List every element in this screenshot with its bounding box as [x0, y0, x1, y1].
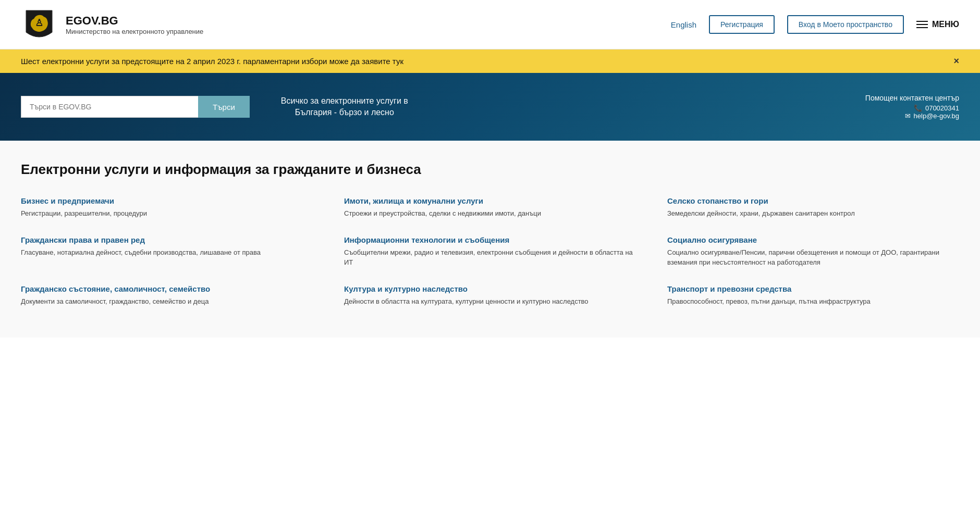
service-description: Регистрации, разрешителни, процедури: [21, 208, 313, 219]
notification-text[interactable]: Шест електронни услуги за предстоящите н…: [21, 57, 403, 66]
hamburger-icon: [916, 21, 928, 28]
service-item[interactable]: Информационни технологии и съобщенияСъоб…: [344, 235, 636, 268]
service-title: Социално осигуряване: [667, 235, 959, 244]
service-item[interactable]: Транспорт и превозни средстваПравоспособ…: [667, 284, 959, 307]
service-item[interactable]: Култура и културно наследствоДейности в …: [344, 284, 636, 307]
search-input[interactable]: [21, 96, 198, 118]
service-item[interactable]: Селско стопанство и гориЗемеделски дейно…: [667, 196, 959, 219]
service-description: Съобщителни мрежи, радио и телевизия, ел…: [344, 247, 636, 268]
login-button[interactable]: Вход в Моето пространство: [787, 15, 904, 34]
service-description: Социално осигуряване/Пенсии, парични обе…: [667, 247, 959, 268]
logo-text: EGOV.BG Министерство на електронното упр…: [66, 14, 203, 35]
site-subtitle: Министерство на електронното управление: [66, 28, 203, 35]
service-item[interactable]: Гражданско състояние, самоличност, семей…: [21, 284, 313, 307]
contact-phone: 📞 070020341: [865, 104, 959, 112]
email-address: help@e-gov.bg: [914, 112, 959, 120]
service-title: Селско стопанство и гори: [667, 196, 959, 205]
search-button[interactable]: Търси: [198, 96, 250, 118]
hero-tagline: Всичко за електронните услуги в България…: [281, 95, 408, 119]
header-left: ♙ EGOV.BG Министерство на електронното у…: [21, 6, 203, 43]
tagline-line2: България - бързо и лесно: [295, 108, 394, 117]
services-grid: Бизнес и предприемачиРегистрации, разреш…: [21, 196, 959, 306]
svg-text:♙: ♙: [35, 18, 43, 28]
service-title: Имоти, жилища и комунални услуги: [344, 196, 636, 205]
tagline-line1: Всичко за електронните услуги в: [281, 96, 408, 105]
language-link[interactable]: English: [671, 20, 696, 29]
header-right: English Регистрация Вход в Моето простра…: [671, 15, 959, 34]
service-title: Информационни технологии и съобщения: [344, 235, 636, 244]
service-title: Граждански права и правен ред: [21, 235, 313, 244]
header: ♙ EGOV.BG Министерство на електронното у…: [0, 0, 980, 49]
service-title: Култура и културно наследство: [344, 284, 636, 293]
service-description: Документи за самоличност, гражданство, с…: [21, 296, 313, 307]
register-button[interactable]: Регистрация: [709, 15, 775, 34]
notification-banner: Шест електронни услуги за предстоящите н…: [0, 49, 980, 73]
services-title: Електронни услуги и информация за гражда…: [21, 161, 959, 178]
service-title: Гражданско състояние, самоличност, семей…: [21, 284, 313, 293]
service-description: Правоспособност, превоз, пътни данъци, п…: [667, 296, 959, 307]
contact-title: Помощен контактен център: [865, 94, 959, 102]
notification-close-button[interactable]: ×: [953, 56, 959, 67]
service-description: Земеделски дейности, храни, държавен сан…: [667, 208, 959, 219]
service-description: Строежи и преустройства, сделки с недвиж…: [344, 208, 636, 219]
phone-number: 070020341: [925, 104, 959, 112]
services-section: Електронни услуги и информация за гражда…: [0, 141, 980, 338]
service-item[interactable]: Социално осигуряванеСоциално осигуряване…: [667, 235, 959, 268]
service-description: Дейности в областта на културата, култур…: [344, 296, 636, 307]
site-title: EGOV.BG: [66, 14, 203, 28]
service-item[interactable]: Граждански права и правен редГласуване, …: [21, 235, 313, 268]
hero-section: Търси Всичко за електронните услуги в Бъ…: [0, 73, 980, 141]
hero-contact: Помощен контактен център 📞 070020341 ✉ h…: [865, 94, 959, 120]
contact-email: ✉ help@e-gov.bg: [865, 112, 959, 120]
service-title: Бизнес и предприемачи: [21, 196, 313, 205]
service-item[interactable]: Бизнес и предприемачиРегистрации, разреш…: [21, 196, 313, 219]
search-area: Търси: [21, 96, 250, 118]
menu-button[interactable]: МЕНЮ: [916, 20, 959, 29]
email-icon: ✉: [905, 112, 911, 120]
menu-label: МЕНЮ: [932, 20, 959, 29]
service-title: Транспорт и превозни средства: [667, 284, 959, 293]
service-description: Гласуване, нотариална дейност, съдебни п…: [21, 247, 313, 258]
phone-icon: 📞: [914, 104, 922, 112]
logo-icon: ♙: [21, 6, 57, 43]
service-item[interactable]: Имоти, жилища и комунални услугиСтроежи …: [344, 196, 636, 219]
